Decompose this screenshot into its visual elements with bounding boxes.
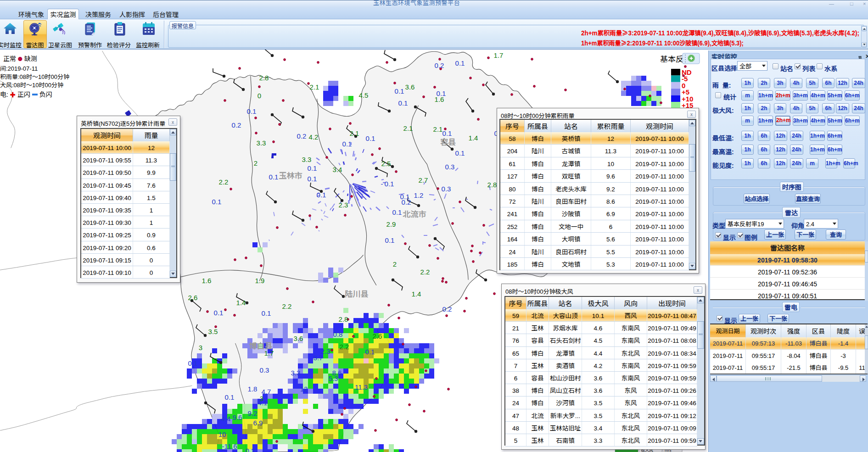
svg-text:2.3: 2.3 bbox=[321, 347, 330, 355]
svg-text:2.9: 2.9 bbox=[386, 220, 396, 228]
svg-text:0.1: 0.1 bbox=[365, 348, 375, 356]
svg-text:-11.6: -11.6 bbox=[222, 442, 237, 450]
svg-text:0.1: 0.1 bbox=[400, 193, 410, 201]
svg-text:3.3: 3.3 bbox=[302, 156, 312, 163]
svg-text:6.9: 6.9 bbox=[253, 419, 263, 427]
svg-text:3: 3 bbox=[199, 344, 202, 352]
svg-text:1.6: 1.6 bbox=[202, 277, 212, 285]
svg-text:2.2: 2.2 bbox=[420, 268, 430, 276]
svg-text:2.2: 2.2 bbox=[340, 343, 349, 351]
svg-text:0.1: 0.1 bbox=[366, 134, 375, 142]
svg-text:10: 10 bbox=[218, 430, 226, 438]
svg-text:2: 2 bbox=[393, 260, 397, 268]
svg-text:3.4: 3.4 bbox=[333, 166, 342, 173]
svg-text:0.2: 0.2 bbox=[297, 132, 307, 140]
svg-text:0.3: 0.3 bbox=[442, 185, 451, 193]
svg-text:0.1: 0.1 bbox=[188, 359, 198, 367]
svg-text:基本反: 基本反 bbox=[660, 53, 683, 64]
svg-text:12: 12 bbox=[300, 385, 308, 393]
svg-text:0.2: 0.2 bbox=[435, 61, 444, 69]
svg-text:0.1: 0.1 bbox=[455, 59, 465, 67]
svg-text:2.6: 2.6 bbox=[188, 294, 198, 301]
svg-text:0.1: 0.1 bbox=[317, 191, 326, 199]
svg-text:博白县: 博白县 bbox=[249, 340, 273, 351]
svg-text:玉林市: 玉林市 bbox=[279, 169, 302, 181]
svg-text:2.7: 2.7 bbox=[419, 176, 428, 184]
svg-text:1.7: 1.7 bbox=[494, 51, 504, 59]
svg-text:0.2: 0.2 bbox=[246, 447, 255, 452]
svg-text:-: - bbox=[381, 180, 383, 188]
svg-text:2.1: 2.1 bbox=[433, 125, 443, 133]
svg-text:9.2: 9.2 bbox=[248, 409, 258, 417]
svg-text:5.3: 5.3 bbox=[329, 374, 338, 382]
svg-text:0.3: 0.3 bbox=[445, 163, 455, 171]
svg-text:0.1: 0.1 bbox=[398, 99, 408, 107]
svg-text:2.2: 2.2 bbox=[282, 302, 292, 310]
svg-text:4.4: 4.4 bbox=[221, 415, 231, 423]
svg-text:0.1: 0.1 bbox=[225, 393, 235, 401]
svg-text:2.1: 2.1 bbox=[403, 124, 413, 132]
svg-text:陆川县: 陆川县 bbox=[345, 288, 369, 299]
svg-text:0.1: 0.1 bbox=[385, 180, 394, 188]
svg-text:0.1: 0.1 bbox=[392, 208, 402, 216]
svg-text:0.1: 0.1 bbox=[212, 198, 222, 206]
svg-text:0.3: 0.3 bbox=[260, 366, 269, 374]
svg-text:2.6: 2.6 bbox=[373, 332, 382, 340]
svg-text:0.1: 0.1 bbox=[395, 87, 404, 95]
svg-text:1.9: 1.9 bbox=[255, 277, 265, 285]
svg-text:2.8: 2.8 bbox=[259, 74, 269, 82]
svg-text:4.1: 4.1 bbox=[258, 399, 268, 407]
svg-text:1.4: 1.4 bbox=[469, 134, 478, 142]
svg-text:1.4: 1.4 bbox=[412, 290, 421, 298]
svg-text:0.1: 0.1 bbox=[342, 140, 352, 148]
svg-text:3.3: 3.3 bbox=[257, 139, 266, 147]
svg-text:2.8: 2.8 bbox=[339, 315, 348, 323]
svg-text:11.3: 11.3 bbox=[355, 383, 368, 391]
svg-text:0.1: 0.1 bbox=[437, 89, 446, 97]
svg-text:0.1: 0.1 bbox=[308, 164, 317, 172]
svg-text:3.3: 3.3 bbox=[291, 369, 301, 377]
svg-text:4.5: 4.5 bbox=[359, 91, 369, 99]
svg-text:3.6: 3.6 bbox=[405, 83, 415, 91]
svg-text:2.1: 2.1 bbox=[310, 83, 319, 91]
svg-text:3.5: 3.5 bbox=[208, 328, 218, 335]
svg-text:0.1: 0.1 bbox=[455, 149, 465, 157]
svg-text:0.1: 0.1 bbox=[269, 173, 279, 181]
svg-text:1.2: 1.2 bbox=[414, 191, 424, 199]
svg-text:0.8: 0.8 bbox=[333, 330, 343, 338]
svg-text:北流市: 北流市 bbox=[403, 208, 426, 219]
svg-text:4.7: 4.7 bbox=[262, 388, 271, 396]
svg-text:1.4: 1.4 bbox=[236, 299, 246, 307]
svg-text:0.1: 0.1 bbox=[214, 309, 224, 317]
svg-text:4.2: 4.2 bbox=[309, 133, 319, 141]
svg-text:2.1: 2.1 bbox=[350, 129, 359, 137]
svg-text:0.2: 0.2 bbox=[442, 305, 452, 313]
svg-text:2.8: 2.8 bbox=[487, 181, 497, 189]
svg-text:2.5: 2.5 bbox=[381, 160, 391, 167]
svg-text:2: 2 bbox=[254, 159, 258, 167]
svg-text:0.1: 0.1 bbox=[262, 309, 271, 317]
svg-text:2.2: 2.2 bbox=[219, 178, 229, 186]
svg-text:1.8: 1.8 bbox=[248, 385, 258, 393]
svg-text:0: 0 bbox=[258, 92, 261, 100]
svg-text:容县: 容县 bbox=[440, 136, 456, 147]
svg-text:0.1: 0.1 bbox=[385, 236, 395, 244]
svg-text:2.3: 2.3 bbox=[339, 201, 348, 209]
svg-text:0.1: 0.1 bbox=[308, 175, 317, 183]
svg-text:0.2: 0.2 bbox=[232, 121, 241, 129]
svg-text:3.6: 3.6 bbox=[294, 335, 303, 342]
svg-text:9.6: 9.6 bbox=[233, 413, 242, 421]
svg-text:0.1: 0.1 bbox=[247, 107, 257, 115]
